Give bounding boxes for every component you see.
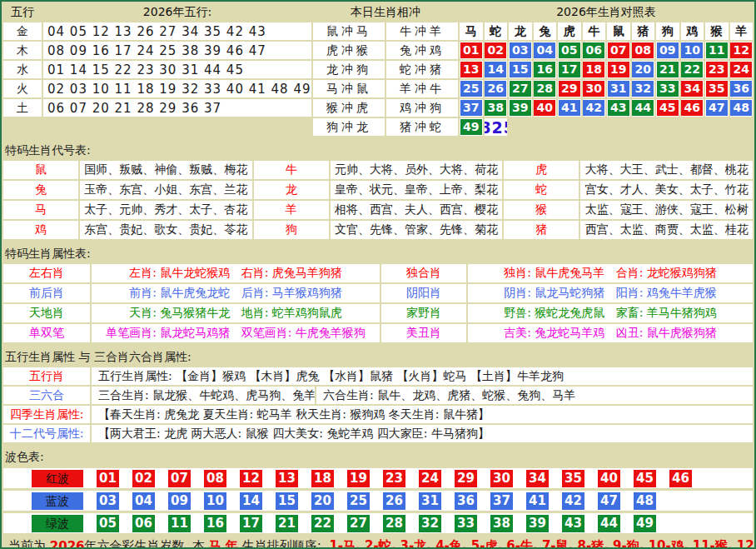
daihao-codes: 元帅、大将、员外、大将、荷花 xyxy=(331,161,503,179)
watermark-text: 38258.com xyxy=(485,118,508,136)
zodiac-header-cell: 鸡 xyxy=(681,22,704,40)
zodiac-header-cell: 马 xyxy=(460,22,483,40)
zodiac-number-chip: 20 xyxy=(632,62,654,77)
chong-cell: 马冲鼠 xyxy=(313,80,385,97)
zodiac-number-cell: 48 xyxy=(730,99,754,117)
zodiac-number-chip: 30 xyxy=(583,81,604,97)
zodiac-number-cell: 44 xyxy=(632,99,655,117)
chong-cell: 龙冲狗 xyxy=(313,61,385,78)
zodiac-number-chip: 37 xyxy=(460,100,482,116)
zodiac-number-chip: 07 xyxy=(608,42,629,58)
zodiac-number-cell: 17 xyxy=(558,61,581,78)
zodiac-number-cell: 20 xyxy=(632,61,655,78)
wx2-label: 三六合 xyxy=(3,387,90,404)
bose-number-chip: 17 xyxy=(240,515,262,532)
wuxing-empty xyxy=(3,118,311,136)
bose-number-chip: 42 xyxy=(562,492,584,510)
bose-number-chip: 08 xyxy=(204,470,226,487)
wx2-row: 四季生肖属性:【春天生肖: 虎兔龙 夏天生肖: 蛇马羊 秋天生肖: 猴狗鸡 冬天… xyxy=(2,406,754,423)
zodiac-number-cell: 25 xyxy=(460,80,483,97)
zodiac-header-cell: 蛇 xyxy=(485,22,508,40)
zodiac-number-chip: 13 xyxy=(460,62,482,77)
zodiac-number-chip: 43 xyxy=(608,100,629,116)
zodiac-number-chip: 35 xyxy=(706,81,728,97)
zodiac-number-cell: 34 xyxy=(681,80,704,97)
bose-number-chip: 43 xyxy=(562,515,584,532)
wuxing-element: 土 xyxy=(3,99,42,117)
bose-number-chip: 07 xyxy=(168,470,191,487)
watermark-link[interactable]: 大三巴 38258.com xyxy=(485,118,508,136)
bose-number-chip: 16 xyxy=(204,515,226,532)
daihao-zodiac-label: 虎 xyxy=(504,161,579,179)
zodiac-number-chip: 47 xyxy=(706,100,728,116)
zodiac-number-chip: 05 xyxy=(559,42,580,58)
zodiac-number-chip: 36 xyxy=(730,81,752,97)
zodiac-number-chip: 09 xyxy=(657,42,679,58)
wuxing-element: 金 xyxy=(3,22,42,40)
shuxing-content: 天肖: 兔马猴猪牛龙 地肖: 蛇羊鸡狗鼠虎 xyxy=(92,304,380,322)
bose-number-chip: 18 xyxy=(311,470,334,487)
zodiac-number-chip: 39 xyxy=(510,100,531,116)
daihao-codes: 宫女、才人、美女、太子、竹花 xyxy=(580,181,753,199)
shuxing-label: 阴阳肖 xyxy=(381,284,466,302)
chong-cell: 狗冲龙 xyxy=(313,118,385,136)
bose-number-chip: 02 xyxy=(132,470,155,487)
zodiac-number-cell: 49 xyxy=(460,118,483,136)
zodiac-number-cell: 19 xyxy=(607,61,630,78)
wuxing-numbers: 06 07 20 21 28 29 36 37 xyxy=(43,99,311,117)
zodiac-number-cell: 43 xyxy=(607,99,630,117)
zodiac-header-cell: 狗 xyxy=(656,22,679,40)
zodiac-number-cell: 12 xyxy=(730,42,754,59)
daihao-zodiac-label: 羊 xyxy=(254,201,329,219)
zodiac-number-cell: 28 xyxy=(534,80,557,97)
zodiac-number-cell: 33 xyxy=(656,80,679,97)
zodiac-header-cell: 兔 xyxy=(534,22,557,40)
shuxing-content: 独肖: 鼠牛虎兔马羊 合肖: 龙蛇猴鸡狗猪 xyxy=(468,264,753,282)
zodiac-number-chip: 26 xyxy=(485,81,506,97)
section-title-bose: 波色表: xyxy=(5,450,754,466)
daihao-zodiac-label: 鼠 xyxy=(3,161,78,179)
bose-number-chip: 23 xyxy=(383,470,405,487)
wx2-content: 【两大君王: 龙虎 两大恶人: 鼠猴 四大美女: 兔蛇羊鸡 四大家臣: 牛马猪狗… xyxy=(92,425,753,442)
chong-cell: 鸡冲狗 xyxy=(386,99,458,117)
zodiac-number-cell: 10 xyxy=(681,42,704,59)
zodiac-number-chip: 12 xyxy=(730,42,752,58)
chong-cell: 牛冲羊 xyxy=(386,22,458,40)
zodiac-number-cell: 45 xyxy=(656,99,679,117)
zodiac-header-cell: 虎 xyxy=(558,22,581,40)
zodiac-number-cell: 15 xyxy=(509,61,532,78)
bose-number-chip: 40 xyxy=(598,470,620,487)
daihao-codes: 西宫、太监、商贾、太监、桂花 xyxy=(580,221,753,239)
zodiac-header-cell: 鼠 xyxy=(607,22,630,40)
wx2-content: 五行生肖属性: 【金肖】猴鸡 【木肖】虎兔 【水肖】鼠猪 【火肖】蛇马 【土肖】… xyxy=(92,367,753,385)
bose-number-chip: 10 xyxy=(204,492,226,510)
shuxing-content: 野兽: 猴蛇龙兔虎鼠 家畜: 羊马牛猪狗鸡 xyxy=(468,304,753,322)
bose-number-chip: 46 xyxy=(669,470,692,487)
daihao-zodiac-label: 猴 xyxy=(504,201,579,219)
zodiac-number-chip: 29 xyxy=(559,81,580,97)
zodiac-number-chip: 33 xyxy=(657,81,679,97)
bose-row-blue: 蓝波03040910141520252631363741424748 xyxy=(3,491,753,511)
section-title-daihao: 特码生肖代号表: xyxy=(5,143,754,159)
zodiac-number-cell: 36 xyxy=(730,80,754,97)
bose-number-chip: 41 xyxy=(526,492,549,510)
zodiac-number-cell: 02 xyxy=(485,42,508,59)
zodiac-number-cell: 32 xyxy=(632,80,655,97)
zodiac-header-cell: 猴 xyxy=(705,22,729,40)
zodiac-number-cell: 46 xyxy=(681,99,704,117)
zodiac-number-chip: 44 xyxy=(632,100,654,116)
zodiac-number-cell: 21 xyxy=(656,61,679,78)
zodiac-number-chip: 04 xyxy=(534,42,555,58)
footer-part: 1-马, 2-蛇, 3-龙, 4-兔, 5-虎, 6-牛, 7-鼠, 8-猪, … xyxy=(329,538,756,549)
bose-number-chip: 12 xyxy=(240,470,262,487)
wx2-label: 五行肖 xyxy=(3,367,90,385)
zodiac-number-cell: 01 xyxy=(460,42,483,59)
bose-number-chip: 47 xyxy=(598,492,620,510)
zodiac-number-cell: 26 xyxy=(485,80,508,97)
zodiac-number-chip: 15 xyxy=(510,62,531,77)
shuxing-label: 天地肖 xyxy=(3,304,90,322)
zodiac-number-chip: 19 xyxy=(608,62,629,77)
bose-number-chip: 31 xyxy=(419,492,441,510)
zodiac-number-cell: 23 xyxy=(705,61,729,78)
footer-part: 当前为 xyxy=(8,538,50,549)
